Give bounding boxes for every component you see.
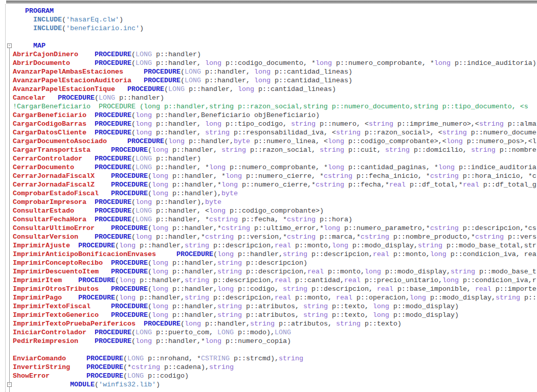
token-type-lower: string	[442, 129, 467, 136]
token-plain: (	[148, 303, 152, 310]
token-keyword: PROCEDURE	[95, 59, 131, 67]
token-keyword: MODULE	[70, 381, 95, 388]
code-line[interactable]: ImprimirAjuste PROCEDURE(long p::handler…	[13, 241, 537, 250]
token-plain: p::handler, *	[152, 216, 209, 223]
token-plain: (	[62, 16, 66, 24]
code-line[interactable]: ShowError PROCEDURE(LONG p::codigo)	[13, 372, 537, 380]
token-plain: p::descripcion,	[209, 294, 275, 302]
token-type-lower: byte	[234, 137, 250, 145]
code-line[interactable]: PROGRAM	[13, 7, 537, 15]
code-line[interactable]: CerrarJornadaFiscalX PROCEDURE(long p::h…	[13, 172, 537, 180]
token-name: ImprimirAnticipoBonificacionEnvases	[13, 250, 156, 258]
code-line[interactable]: AvanzarPapelEstacionTique PROCEDURE(LONG…	[13, 85, 537, 94]
code-line[interactable]: ComprobarImpresora PROCEDURE(long p::han…	[13, 198, 537, 206]
token-type-lower: string	[217, 303, 242, 310]
token-type-lower: long	[152, 303, 168, 310]
token-type-upper: LONG	[136, 155, 152, 163]
code-line[interactable]: ImprimirConceptoRecibo PROCEDURE(long p:…	[13, 259, 537, 267]
code-line[interactable]	[13, 33, 537, 41]
token-name: ImprimirOtrosTributos	[13, 285, 99, 293]
code-line[interactable]: CargarDatosCliente PROCEDURE(long p::han…	[13, 128, 537, 137]
token-plain: (	[131, 59, 136, 67]
token-type-lower: cstring	[316, 181, 344, 189]
token-plain: p::descripcion,	[209, 242, 275, 249]
code-line[interactable]: InvertirString PROCEDURE(*cstring p::cad…	[13, 363, 537, 372]
code-line[interactable]: ImprimirTextoPruebaPerifericos PROCEDURE…	[13, 319, 537, 328]
token-plain: p::numero_pos>,<l	[463, 137, 536, 145]
token-name: ConsultarUltimoError	[13, 224, 95, 232]
token-type-upper: LONG	[185, 68, 201, 76]
token-plain: p::handler,*	[168, 224, 221, 232]
code-line[interactable]: EnviarComando PROCEDURE(LONG p::nrohand,…	[13, 354, 537, 363]
token-type-lower: cstring	[287, 216, 316, 223]
token-comment: !CargarBeneficiario PROCEDURE (long p::h…	[13, 103, 528, 110]
code-line[interactable]: ConsultarFechaHora PROCEDURE(LONG p::han…	[13, 215, 537, 224]
code-line[interactable]: CargarBeneficiario PROCEDURE(long p::han…	[13, 111, 537, 120]
token-type-lower: long	[152, 268, 168, 275]
token-plain: p::ultimo_error,*	[250, 224, 324, 232]
code-area[interactable]: PROGRAM INCLUDE('hasarEq.clw') INCLUDE('…	[0, 7, 537, 389]
token-plain: p::version,*	[234, 233, 287, 241]
token-name: ImprimirDescuentoItem	[13, 268, 99, 275]
code-line[interactable]: ImprimirItem PROCEDURE(long p::handler,s…	[13, 276, 537, 285]
token-type-lower: string	[279, 355, 303, 362]
token-plain	[74, 207, 95, 215]
code-line[interactable]: ImprimirTextoFiscal PROCEDURE(long p::ha…	[13, 302, 537, 311]
code-line[interactable]: AvanzarPapelAmbasEstaciones PROCEDURE(LO…	[13, 67, 537, 76]
token-plain: p::modo_display)	[389, 311, 459, 319]
code-line[interactable]	[13, 345, 537, 354]
horizontal-splitter-bar[interactable]	[6, 1, 537, 4]
code-line[interactable]: Cancelar PROCEDURE(LONG p::handler)	[13, 94, 537, 102]
token-type-lower: long	[438, 164, 455, 171]
code-line[interactable]: AvanzarPapelEstacionAuditoria PROCEDURE(…	[13, 76, 537, 85]
token-plain: p::hora_inicio, *c	[459, 172, 536, 180]
code-line[interactable]: CargarTransportista PROCEDURE(long p::ha…	[13, 146, 537, 154]
code-line[interactable]: ImprimirDescuentoItem PROCEDURE(long p::…	[13, 267, 537, 276]
token-type-upper: LONG	[275, 329, 291, 336]
code-line[interactable]: INCLUDE('beneficiario.inc')	[13, 24, 537, 33]
code-line[interactable]: ConsultarVersion PROCEDURE(long p::handl…	[13, 233, 537, 241]
token-plain: p::handler),	[152, 198, 205, 206]
token-plain: p::strcmd),	[230, 355, 279, 362]
token-plain: p::numero_cierre,*	[238, 181, 316, 189]
code-line[interactable]: ImprimirPago PROCEDURE(long p::handler,s…	[13, 293, 537, 302]
code-line[interactable]: ImprimirAnticipoBonificacionEnvases PROC…	[13, 250, 537, 259]
code-line[interactable]: CerrarJornadaFiscalZ PROCEDURE(long p::h…	[13, 180, 537, 189]
token-type-lower: long	[209, 164, 226, 171]
code-line[interactable]: INCLUDE('hasarEq.clw')	[13, 15, 537, 24]
token-type-lower: long	[316, 59, 332, 67]
token-plain	[99, 311, 111, 319]
code-line[interactable]: ConsultarEstado PROCEDURE(LONG p::handle…	[13, 206, 537, 215]
token-type-lower: string	[418, 242, 442, 249]
code-line[interactable]: ImprimirTextoGenerico PROCEDURE(long p::…	[13, 311, 537, 319]
code-line[interactable]: CargarCodigoBarras PROCEDURE(long p::han…	[13, 120, 537, 128]
token-plain	[74, 164, 95, 171]
token-type-lower: real	[389, 181, 406, 189]
token-type-lower: string	[217, 259, 242, 267]
token-name: AvanzarPapelEstacionTique	[13, 85, 115, 93]
token-name: CargarTransportista	[13, 146, 91, 154]
code-line[interactable]: CerrarDocumento PROCEDURE(LONG p::handle…	[13, 163, 537, 172]
token-plain: (	[131, 155, 136, 163]
token-keyword: PROCEDURE	[127, 85, 164, 93]
token-plain	[66, 355, 86, 362]
token-plain	[156, 250, 176, 258]
code-line[interactable]: IniciarControlador PROCEDURE(LONG p::pue…	[13, 328, 537, 337]
token-keyword: PROCEDURE	[176, 250, 213, 258]
code-line[interactable]: CerrarControlador PROCEDURE(LONG p::hand…	[13, 154, 537, 163]
code-line[interactable]: AbrirCajonDinero PROCEDURE(LONG p::handl…	[13, 50, 537, 59]
token-plain: p::descripcion,	[209, 276, 275, 284]
code-line[interactable]: ImprimirOtrosTributos PROCEDURE(long p::…	[13, 285, 537, 293]
token-plain: p::df_total_g	[479, 181, 536, 189]
token-plain: p::razon_social,	[246, 146, 320, 154]
code-line[interactable]: MAP	[13, 41, 537, 50]
code-line[interactable]: ConsultarUltimoError PROCEDURE(long p::h…	[13, 224, 537, 233]
code-line[interactable]: ComprobarEstadoFiscal PROCEDURE(long p::…	[13, 189, 537, 198]
token-plain: p::handler),	[168, 190, 221, 197]
code-line[interactable]: CargarDocumentoAsociado PROCEDURE(long p…	[13, 137, 537, 146]
code-line[interactable]: MODULE('winfis32.lib')	[13, 380, 537, 389]
code-line[interactable]: AbrirDocumento PROCEDURE(LONG p::handler…	[13, 59, 537, 67]
token-plain: p::fecha, *	[238, 216, 287, 223]
code-line[interactable]: PedirReimpresion PROCEDURE(long p::handl…	[13, 337, 537, 345]
code-line[interactable]: !CargarBeneficiario PROCEDURE (long p::h…	[13, 102, 537, 111]
